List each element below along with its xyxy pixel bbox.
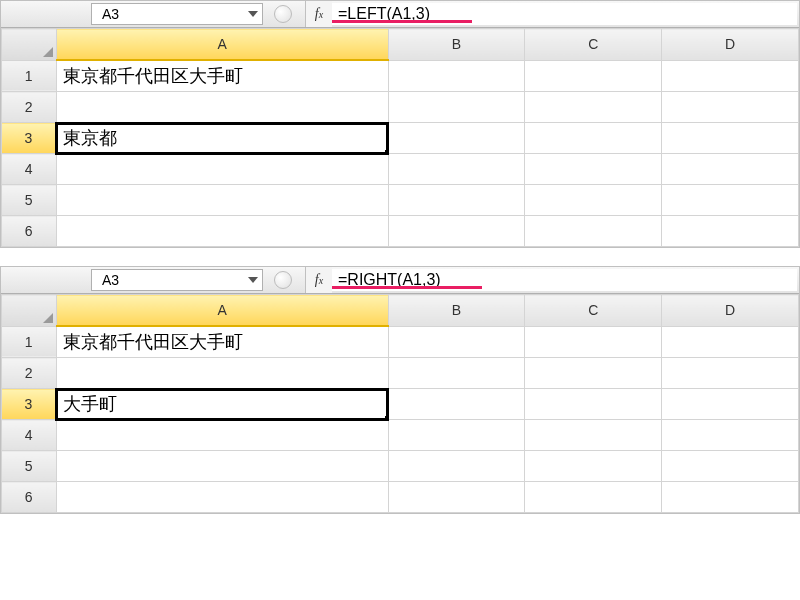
column-header-C[interactable]: C [525,295,662,327]
cell-D4[interactable] [662,420,799,451]
cell-B5[interactable] [388,451,525,482]
name-box-dropdown-icon[interactable] [244,277,262,283]
cell-D5[interactable] [662,185,799,216]
spreadsheet-grid-top[interactable]: ABCD1東京都千代田区大手町23東京都456 [1,28,799,247]
circle-icon [274,5,292,23]
cell-D3[interactable] [662,389,799,420]
cell-B2[interactable] [388,358,525,389]
cell-A3[interactable]: 東京都 [56,123,388,154]
cell-A5[interactable] [56,451,388,482]
formula-bar: A3 fx =LEFT(A1,3) [1,1,799,28]
cell-A1[interactable]: 東京都千代田区大手町 [56,60,388,92]
row-header-3[interactable]: 3 [2,123,57,154]
row-header-6[interactable]: 6 [2,482,57,513]
excel-panel-top: A3 fx =LEFT(A1,3) ABCD1東京都千代田区大手町23東京都45… [0,0,800,248]
name-box-value: A3 [92,6,244,22]
cell-A4[interactable] [56,154,388,185]
column-header-B[interactable]: B [388,29,525,61]
cell-D1[interactable] [662,326,799,358]
cell-C1[interactable] [525,326,662,358]
row-header-3[interactable]: 3 [2,389,57,420]
column-header-A[interactable]: A [56,295,388,327]
name-box[interactable]: A3 [91,269,263,291]
cell-C1[interactable] [525,60,662,92]
cancel-placeholder [265,267,301,293]
row-header-5[interactable]: 5 [2,451,57,482]
cell-C2[interactable] [525,358,662,389]
row-header-1[interactable]: 1 [2,60,57,92]
cell-D6[interactable] [662,216,799,247]
row-header-4[interactable]: 4 [2,154,57,185]
formula-underline [332,286,482,289]
column-header-C[interactable]: C [525,29,662,61]
cell-C6[interactable] [525,482,662,513]
row-header-2[interactable]: 2 [2,92,57,123]
cell-A4[interactable] [56,420,388,451]
cell-C5[interactable] [525,185,662,216]
cell-B5[interactable] [388,185,525,216]
cell-A6[interactable] [56,482,388,513]
cell-B3[interactable] [388,389,525,420]
excel-panel-bottom: A3 fx =RIGHT(A1,3) ABCD1東京都千代田区大手町23大手町4… [0,266,800,514]
select-all-corner[interactable] [2,295,57,327]
row-header-6[interactable]: 6 [2,216,57,247]
cell-C5[interactable] [525,451,662,482]
cell-A5[interactable] [56,185,388,216]
cell-A2[interactable] [56,358,388,389]
cell-B2[interactable] [388,92,525,123]
fx-icon[interactable]: fx [305,267,332,293]
column-header-A[interactable]: A [56,29,388,61]
cancel-placeholder [265,1,301,27]
circle-icon [274,271,292,289]
row-header-5[interactable]: 5 [2,185,57,216]
row-header-4[interactable]: 4 [2,420,57,451]
cell-C3[interactable] [525,123,662,154]
cell-C4[interactable] [525,420,662,451]
cell-D2[interactable] [662,358,799,389]
cell-D2[interactable] [662,92,799,123]
cell-D3[interactable] [662,123,799,154]
row-header-2[interactable]: 2 [2,358,57,389]
cell-B4[interactable] [388,154,525,185]
cell-A3[interactable]: 大手町 [56,389,388,420]
column-header-B[interactable]: B [388,295,525,327]
formula-input[interactable]: =RIGHT(A1,3) [332,269,797,291]
formula-bar: A3 fx =RIGHT(A1,3) [1,267,799,294]
cell-B1[interactable] [388,60,525,92]
cell-D5[interactable] [662,451,799,482]
cell-A1[interactable]: 東京都千代田区大手町 [56,326,388,358]
column-header-D[interactable]: D [662,29,799,61]
cell-D6[interactable] [662,482,799,513]
cell-C3[interactable] [525,389,662,420]
cell-B1[interactable] [388,326,525,358]
name-box-dropdown-icon[interactable] [244,11,262,17]
cell-B3[interactable] [388,123,525,154]
svg-marker-1 [248,277,258,283]
fx-icon[interactable]: fx [305,1,332,27]
formula-input[interactable]: =LEFT(A1,3) [332,3,797,25]
cell-A6[interactable] [56,216,388,247]
cell-B4[interactable] [388,420,525,451]
cell-B6[interactable] [388,216,525,247]
cell-C6[interactable] [525,216,662,247]
spreadsheet-grid-bottom[interactable]: ABCD1東京都千代田区大手町23大手町456 [1,294,799,513]
cell-C4[interactable] [525,154,662,185]
formula-underline [332,20,472,23]
column-header-D[interactable]: D [662,295,799,327]
cell-B6[interactable] [388,482,525,513]
name-box-value: A3 [92,272,244,288]
cell-C2[interactable] [525,92,662,123]
svg-marker-0 [248,11,258,17]
select-all-corner[interactable] [2,29,57,61]
cell-A2[interactable] [56,92,388,123]
row-header-1[interactable]: 1 [2,326,57,358]
cell-D4[interactable] [662,154,799,185]
cell-D1[interactable] [662,60,799,92]
name-box[interactable]: A3 [91,3,263,25]
